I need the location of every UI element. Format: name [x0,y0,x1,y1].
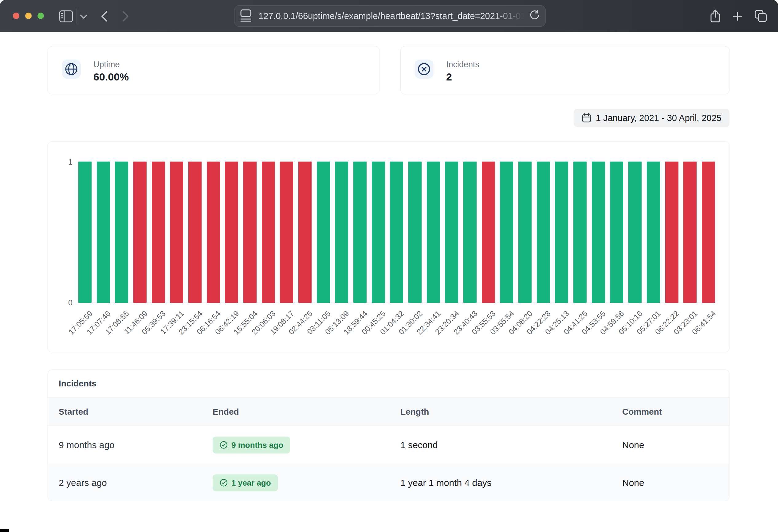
y-tick-0: 0 [60,298,73,307]
chart-bar-up[interactable] [354,162,367,303]
screen-artifact [0,529,9,532]
forward-icon[interactable] [122,11,130,22]
chart-bar-up[interactable] [647,162,660,303]
x-axis-label: 05:27:01 [635,309,663,336]
chart-bar-up[interactable] [317,162,330,303]
x-axis-label: 17:39:11 [159,309,185,336]
ended-badge: 1 year ago [213,474,278,491]
comment-cell: None [622,478,644,488]
chart-bar-up[interactable] [555,162,568,303]
x-axis-label: 06:42:19 [213,309,241,336]
chart-bar-down[interactable] [207,162,220,303]
chart-bar-down[interactable] [152,162,165,303]
chart-bar-up[interactable] [335,162,348,303]
chart-bar-down[interactable] [170,162,183,303]
chart-bar-up[interactable] [390,162,403,303]
chart-bar-up[interactable] [97,162,110,303]
close-window-button[interactable] [13,13,19,19]
length-cell: 1 year 1 month 4 days [400,478,492,488]
incidents-table-title: Incidents [59,370,96,397]
x-axis-label: 17:05:59 [67,309,94,336]
chart-bar-down[interactable] [262,162,275,303]
x-axis-label: 04:08:20 [507,309,534,336]
chart-bar-down[interactable] [225,162,238,303]
x-axis-label: 23:40:43 [452,309,479,336]
x-axis-label: 06:41:54 [690,309,717,336]
column-header-comment: Comment [622,397,662,426]
chart-bar-up[interactable] [372,162,385,303]
incidents-stat-card: Incidents 2 [400,46,729,94]
x-axis-label: 02:44:25 [287,309,314,336]
x-axis-label: 03:23:01 [672,309,699,336]
check-circle-icon [219,441,228,449]
chart-bar-down[interactable] [188,162,202,303]
ended-badge-label: 9 months ago [231,440,283,450]
plot-area [78,162,715,303]
minimize-window-button[interactable] [25,13,32,19]
chart-bar-down[interactable] [280,162,293,303]
chart-bar-down[interactable] [683,162,697,303]
chart-bar-up[interactable] [628,162,641,303]
x-axis-label: 20:06:03 [250,309,277,336]
zoom-window-button[interactable] [37,13,44,19]
uptime-stat-card: Uptime 60.00% [48,46,380,94]
x-axis-label: 04:59:56 [598,309,626,336]
x-axis-label: 11:46:09 [122,309,149,336]
incidents-value: 2 [446,71,452,83]
tab-overview-icon[interactable] [754,9,767,22]
column-header-ended: Ended [213,397,239,426]
incidents-label: Incidents [446,60,479,69]
incidents-table-card: Incidents Started Ended Length Comment 9… [48,369,729,501]
x-axis-label: 04:25:13 [543,309,570,336]
x-axis-label: 15:55:04 [232,309,259,336]
back-icon[interactable] [100,11,108,22]
page-settings-icon[interactable] [240,9,252,23]
x-circle-icon [414,60,434,79]
x-axis-label: 00:45:25 [360,309,387,336]
chart-bar-up[interactable] [610,162,623,303]
ended-badge: 9 months ago [213,436,290,453]
chart-bar-down[interactable] [133,162,147,303]
chart-bar-up[interactable] [445,162,458,303]
chart-bar-down[interactable] [298,162,312,303]
sidebar-chevron-down-icon[interactable] [80,14,88,19]
chart-bar-down[interactable] [243,162,256,303]
chart-bar-up[interactable] [500,162,513,303]
toolbar-divider [76,9,77,24]
chart-bar-down[interactable] [702,162,715,303]
x-axis-label: 18:59:44 [342,309,369,336]
x-axis-label: 05:39:53 [140,309,167,336]
heartbeat-chart-card: 1 0 17:05:5917:07:4617:08:5511:46:0905:3… [48,141,729,352]
started-cell: 2 years ago [59,478,107,488]
chart-bar-up[interactable] [78,162,92,303]
chart-bar-up[interactable] [463,162,477,303]
share-icon[interactable] [710,9,721,23]
date-range-button[interactable]: 1 January, 2021 - 30 April, 2025 [574,109,729,127]
started-cell: 9 months ago [59,440,114,450]
url-text[interactable]: 127.0.0.1/66uptime/s/example/heartbeat/1… [258,11,529,21]
chart-bar-up[interactable] [592,162,605,303]
x-axis-label: 05:13:09 [323,309,351,336]
chart-bar-up[interactable] [115,162,128,303]
chart-bar-up[interactable] [427,162,440,303]
x-axis-label: 17:07:46 [85,309,112,336]
x-axis-label: 01:04:32 [378,309,406,336]
chart-bar-up[interactable] [537,162,550,303]
x-axis-label: 04:22:28 [525,309,552,336]
chart-bar-up[interactable] [518,162,532,303]
x-axis-label: 03:55:53 [470,309,497,336]
comment-cell: None [622,440,644,450]
sidebar-toggle-icon[interactable] [59,10,73,22]
reload-icon[interactable] [529,10,540,22]
x-axis-label: 06:22:22 [653,309,681,336]
chart-bar-up[interactable] [573,162,587,303]
chart-bar-down[interactable] [665,162,679,303]
x-axis-label: 17:08:55 [103,309,131,336]
new-tab-icon[interactable] [732,11,743,21]
date-range-label: 1 January, 2021 - 30 April, 2025 [596,113,721,123]
chart-bar-down[interactable] [482,162,495,303]
address-bar[interactable]: 127.0.0.1/66uptime/s/example/heartbeat/1… [234,5,546,27]
chart-bar-up[interactable] [408,162,421,303]
x-axis-label: 22:34:41 [415,309,443,336]
uptime-label: Uptime [93,60,120,69]
